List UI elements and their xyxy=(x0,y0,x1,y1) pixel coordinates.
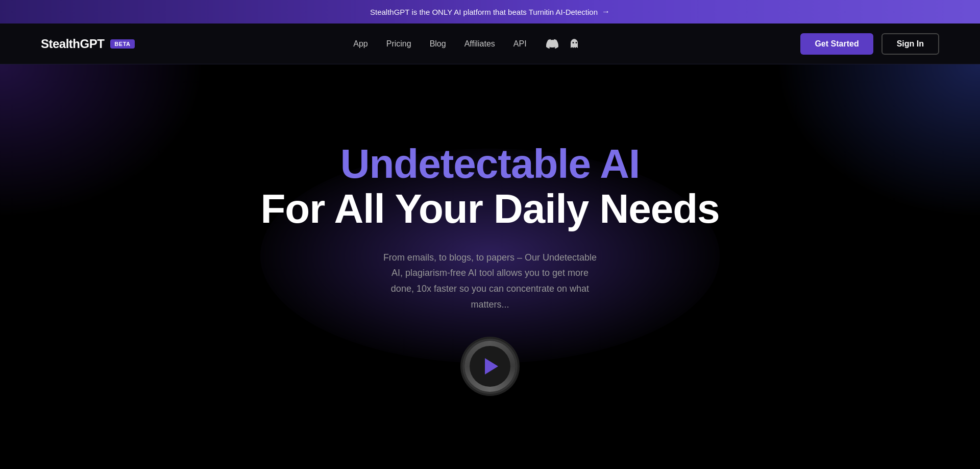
hero-title-line2: For All Your Daily Needs xyxy=(260,186,719,231)
hero-content: Undetectable AI For All Your Daily Needs… xyxy=(260,142,719,392)
nav-brand-group: StealthGPT BETA xyxy=(41,37,135,51)
announcement-bar[interactable]: StealthGPT is the ONLY AI platform that … xyxy=(0,0,980,24)
glow-top-left xyxy=(0,64,204,218)
glow-top-right xyxy=(776,64,980,218)
play-button-container xyxy=(260,341,719,392)
ghost-icon[interactable] xyxy=(568,37,582,51)
hero-title-line1: Undetectable AI xyxy=(260,142,719,186)
nav-links: App Pricing Blog Affiliates API xyxy=(353,37,581,51)
hero-section: Undetectable AI For All Your Daily Needs… xyxy=(0,64,980,469)
get-started-button[interactable]: Get Started xyxy=(800,33,873,55)
hero-subtitle: From emails, to blogs, to papers – Our U… xyxy=(383,250,597,312)
nav-link-pricing[interactable]: Pricing xyxy=(386,39,411,49)
nav-link-affiliates[interactable]: Affiliates xyxy=(464,39,495,49)
nav-cta-buttons: Get Started Sign In xyxy=(800,33,939,55)
brand-name: StealthGPT xyxy=(41,37,104,51)
navbar: StealthGPT BETA App Pricing Blog Affilia… xyxy=(0,24,980,64)
sign-in-button[interactable]: Sign In xyxy=(881,33,939,55)
announcement-arrow: → xyxy=(602,7,610,16)
nav-link-app[interactable]: App xyxy=(353,39,368,49)
discord-icon[interactable] xyxy=(545,37,559,51)
nav-link-api[interactable]: API xyxy=(513,39,527,49)
nav-link-blog[interactable]: Blog xyxy=(430,39,446,49)
play-triangle-icon xyxy=(485,358,498,374)
play-video-button[interactable] xyxy=(464,341,516,392)
beta-badge: BETA xyxy=(110,39,134,49)
nav-social-icons xyxy=(545,37,582,51)
announcement-text: StealthGPT is the ONLY AI platform that … xyxy=(370,8,598,16)
